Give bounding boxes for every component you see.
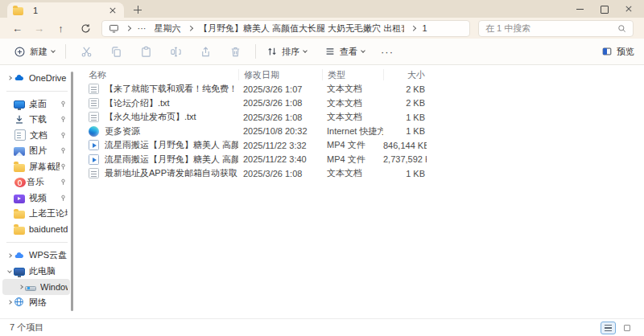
sidebar-scrollbar[interactable] xyxy=(71,72,73,311)
status-bar: 7 个项目 xyxy=(0,318,644,336)
view-button[interactable]: 查看 xyxy=(320,42,369,61)
column-header-name[interactable]: 名称 xyxy=(84,69,238,80)
drive-icon xyxy=(25,286,36,291)
up-button[interactable]: ↑ xyxy=(50,19,72,37)
preview-button[interactable]: 预览 xyxy=(601,46,634,58)
table-row[interactable]: 【论坛介绍】.txt 2025/3/26 1:08 文本文档 2 KB xyxy=(84,96,644,111)
back-button[interactable]: ← xyxy=(6,19,28,37)
tab-label: 1 xyxy=(33,6,107,15)
refresh-button[interactable] xyxy=(75,19,97,37)
table-row[interactable]: 更多资源 2025/10/8 20:32 Internet 快捷方式 1 KB xyxy=(84,125,644,139)
table-row[interactable]: 流星雨搬运【月野兔】糖美人 高颜值大长腿 大... 2025/11/22 3:4… xyxy=(84,153,644,167)
minimize-button[interactable] xyxy=(568,0,592,18)
file-size: 1 KB xyxy=(383,113,427,122)
breadcrumb-item[interactable]: 星期六 xyxy=(155,23,181,35)
column-header-date[interactable]: 修改日期 xyxy=(238,69,322,80)
cut-button[interactable] xyxy=(77,43,95,60)
breadcrumb-overflow[interactable]: ··· xyxy=(138,23,147,33)
chevron-right-icon xyxy=(5,76,14,80)
sidebar-item-screenshots[interactable]: 屏幕截图 xyxy=(2,159,70,175)
maximize-button[interactable] xyxy=(592,0,617,18)
share-button[interactable] xyxy=(196,43,214,60)
sidebar-item-wps-cloud[interactable]: WPS云盘 xyxy=(2,248,70,264)
computer-icon xyxy=(109,23,119,34)
new-button[interactable]: 新建 xyxy=(10,42,59,61)
forward-button[interactable]: → xyxy=(28,19,50,37)
divider xyxy=(6,242,68,243)
sidebar-item-this-pc[interactable]: 此电脑 xyxy=(2,264,70,280)
chevron-right-icon xyxy=(5,301,14,304)
rename-button[interactable] xyxy=(167,43,184,60)
sidebar-item-documents[interactable]: 文档 xyxy=(2,128,70,144)
new-tab-button[interactable] xyxy=(131,3,144,16)
sidebar-item-label: Windows-SSD xyxy=(40,282,68,292)
column-header-size[interactable]: 大小 xyxy=(383,69,427,80)
breadcrumb-item[interactable]: 1 xyxy=(423,23,427,33)
details-view-button[interactable] xyxy=(601,322,616,334)
column-header-type[interactable]: 类型 xyxy=(322,69,383,80)
sidebar-item-desktop[interactable]: 桌面 xyxy=(2,96,70,113)
file-name: 【永久地址发布页】.txt xyxy=(105,111,196,123)
sidebar-item-network[interactable]: 网络 xyxy=(2,295,70,311)
sidebar-item-label: 音乐 xyxy=(27,176,60,188)
file-size: 2 KB xyxy=(383,98,427,108)
details-view-icon xyxy=(605,325,612,331)
sidebar-item-folder[interactable]: baidunetdiskdownload xyxy=(2,222,70,238)
pictures-icon xyxy=(14,147,25,156)
preview-label: 预览 xyxy=(617,46,634,58)
text-file-icon xyxy=(89,84,99,94)
preview-icon xyxy=(601,46,613,57)
file-list: 名称 修改日期 类型 大小 【来了就能下载和观看！纯免费！】.txt 2025/… xyxy=(74,65,644,318)
onedrive-cloud-icon xyxy=(14,72,25,84)
table-row[interactable]: 【来了就能下载和观看！纯免费！】.txt 2025/3/26 1:07 文本文档… xyxy=(84,82,644,96)
sidebar-item-pictures[interactable]: 图片 xyxy=(2,143,70,159)
chevron-right-icon xyxy=(188,26,192,31)
table-row[interactable]: 【永久地址发布页】.txt 2025/3/26 1:08 文本文档 1 KB xyxy=(84,110,644,125)
search-box[interactable] xyxy=(478,20,634,37)
sidebar-item-label: 桌面 xyxy=(29,98,60,110)
file-name: 【来了就能下载和观看！纯免费！】.txt xyxy=(105,83,238,95)
sidebar-item-downloads[interactable]: 下载 xyxy=(2,112,70,128)
file-name: 流星雨搬运【月野兔】糖美人 高颜值大长腿 大... xyxy=(105,154,238,166)
tab-close-icon[interactable] xyxy=(107,5,118,16)
file-name: 更多资源 xyxy=(105,125,140,137)
sidebar-item-label: 屏幕截图 xyxy=(29,161,60,173)
sidebar-item-windows-ssd[interactable]: Windows-SSD xyxy=(2,279,70,295)
table-row[interactable]: 流星雨搬运【月野兔】糖美人 高颜值大长腿 大... 2025/11/22 3:3… xyxy=(84,138,644,153)
sort-button[interactable]: 排序 xyxy=(262,42,311,61)
view-toggles xyxy=(601,322,634,334)
icons-view-button[interactable] xyxy=(619,322,634,334)
sidebar-item-label: 图片 xyxy=(29,145,60,157)
text-file-icon xyxy=(89,168,99,178)
sidebar-item-label: 视频 xyxy=(29,192,60,204)
file-date: 2025/3/26 1:08 xyxy=(238,113,322,122)
chevron-down-icon xyxy=(51,48,56,53)
folder-icon xyxy=(13,7,23,15)
copy-button[interactable] xyxy=(107,43,125,60)
breadcrumb-item[interactable]: 【月野兔】糖美人 高颜值大长腿 大奶无毛嫩穴 出租套房 xyxy=(199,23,404,35)
paste-button[interactable] xyxy=(137,43,155,60)
sidebar-item-music[interactable]: 音乐 xyxy=(2,174,70,191)
search-input[interactable] xyxy=(485,23,617,33)
delete-button[interactable] xyxy=(226,43,244,60)
column-headers: 名称 修改日期 类型 大小 xyxy=(84,67,644,82)
sidebar-item-folder[interactable]: 上老王论坛当老王 xyxy=(2,206,70,222)
file-date: 2025/3/26 1:07 xyxy=(238,84,322,94)
sidebar-item-videos[interactable]: 视频 xyxy=(2,191,70,207)
pin-icon xyxy=(60,100,68,108)
tab-folder-1[interactable]: 1 xyxy=(7,2,124,18)
table-row[interactable]: 最新地址及APP请发邮箱自动获取！！！.txt 2025/3/26 1:08 文… xyxy=(84,166,644,181)
breadcrumb[interactable]: ··· 星期六 【月野兔】糖美人 高颜值大长腿 大奶无毛嫩穴 出租套房 1 xyxy=(101,20,470,37)
this-pc-icon xyxy=(14,268,25,276)
copy-icon xyxy=(110,46,122,58)
main-content: OneDrive 桌面 下载 文档 xyxy=(0,65,644,318)
video-file-icon xyxy=(89,154,99,165)
close-button[interactable] xyxy=(617,0,641,18)
divider xyxy=(65,44,66,59)
sidebar-item-label: 此电脑 xyxy=(29,265,68,277)
sidebar-item-onedrive[interactable]: OneDrive xyxy=(2,70,70,86)
more-button[interactable]: ··· xyxy=(377,42,398,61)
share-icon xyxy=(200,46,212,58)
sort-icon xyxy=(266,46,278,57)
search-icon xyxy=(617,24,626,33)
